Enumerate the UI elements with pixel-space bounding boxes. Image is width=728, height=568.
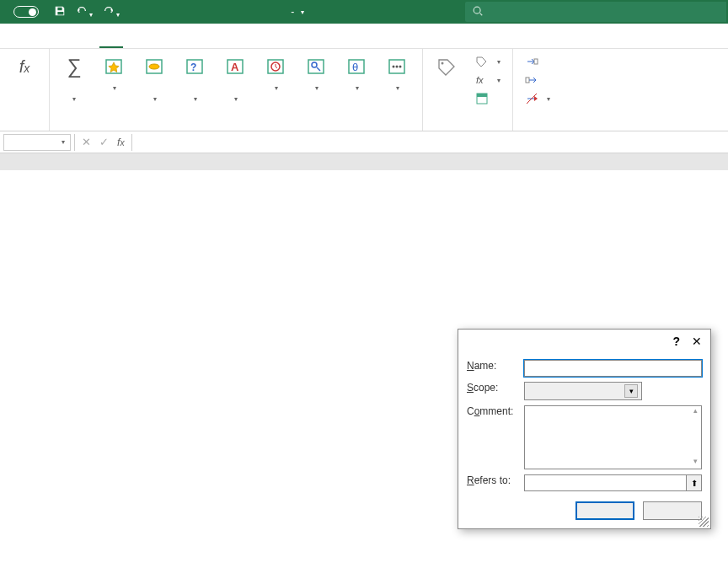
autosum-button[interactable]: ∑ ▾ <box>55 51 94 103</box>
trace-precedents-button[interactable] <box>522 53 554 70</box>
scope-label: Scope: <box>467 382 519 394</box>
svg-rect-24 <box>534 59 538 64</box>
svg-point-20 <box>442 62 444 65</box>
remove-arrows-button[interactable]: ▾ <box>522 90 554 107</box>
name-label: Name: <box>467 360 519 372</box>
dialog-titlebar[interactable]: ? ✕ <box>458 330 710 353</box>
date-time-button[interactable]: ▾ <box>257 51 296 93</box>
svg-point-4 <box>149 64 159 69</box>
save-icon[interactable] <box>54 5 66 19</box>
ribbon: fx ∑ ▾ ▾ ▾ ? ▾ A <box>0 49 728 131</box>
precedents-icon <box>525 55 538 68</box>
scope-select[interactable]: ▾ <box>524 382 642 400</box>
redo-icon[interactable]: ▾ <box>103 5 120 19</box>
text-button[interactable]: A ▾ <box>217 51 255 103</box>
title-bar: ▾ ▾ - ▾ <box>0 0 728 24</box>
range-picker-icon[interactable]: ⬆ <box>687 474 702 491</box>
svg-point-12 <box>312 62 317 67</box>
chevron-down-icon[interactable]: ▾ <box>62 138 65 146</box>
tab-home[interactable] <box>29 24 52 48</box>
recently-used-button[interactable]: ▾ <box>95 51 134 93</box>
svg-line-13 <box>317 67 320 71</box>
remove-arrows-icon <box>525 92 538 105</box>
tab-page-layout[interactable] <box>76 24 99 48</box>
logical-icon: ? <box>182 53 209 80</box>
formula-bar: ▾ ✕ ✓ fx <box>0 131 728 153</box>
svg-point-19 <box>399 66 402 68</box>
resize-grip[interactable] <box>699 517 709 527</box>
cancel-icon[interactable]: ✕ <box>82 136 91 148</box>
svg-rect-23 <box>477 94 487 97</box>
star-icon <box>101 53 128 80</box>
financial-button[interactable]: ▾ <box>136 51 174 103</box>
more-functions-button[interactable]: ▾ <box>378 51 417 93</box>
chevron-down-icon: ▾ <box>624 384 638 398</box>
lookup-reference-button[interactable]: ▾ <box>297 51 336 93</box>
trace-dependents-button[interactable] <box>522 72 554 88</box>
more-icon <box>384 53 411 80</box>
svg-text:?: ? <box>190 62 196 73</box>
tab-review[interactable] <box>147 24 170 48</box>
financial-icon <box>142 53 169 80</box>
tab-formulas[interactable] <box>99 24 123 48</box>
search-icon <box>472 5 484 19</box>
chevron-down-icon[interactable]: ▾ <box>301 8 304 16</box>
ribbon-tabs <box>0 24 728 49</box>
fx-icon: fx <box>11 53 38 80</box>
quick-access-toolbar: ▾ ▾ <box>47 5 126 19</box>
tab-file[interactable] <box>5 24 29 48</box>
refers-to-input[interactable] <box>524 474 687 491</box>
search-box[interactable] <box>465 2 726 22</box>
math-trig-button[interactable]: θ ▾ <box>338 51 377 93</box>
cancel-button[interactable] <box>643 501 702 520</box>
name-box[interactable]: ▾ <box>3 134 71 151</box>
help-icon[interactable]: ? <box>672 335 680 348</box>
define-name-button[interactable]: ▾ <box>472 53 504 70</box>
tag-icon <box>434 53 461 80</box>
tag-small-icon <box>475 55 489 68</box>
create-from-selection-button[interactable] <box>472 90 504 107</box>
formula-icon: fx <box>475 73 489 87</box>
svg-text:A: A <box>231 61 239 73</box>
tab-data[interactable] <box>123 24 147 48</box>
svg-point-0 <box>474 7 480 13</box>
lookup-icon <box>303 53 330 80</box>
undo-icon[interactable]: ▾ <box>76 5 93 19</box>
autosave-toggle[interactable] <box>0 6 47 18</box>
svg-text:θ: θ <box>352 61 358 73</box>
insert-function-button[interactable]: fx <box>5 51 44 82</box>
sigma-icon: ∑ <box>61 53 88 80</box>
document-title: - ▾ <box>126 6 465 18</box>
name-manager-button[interactable] <box>428 51 467 82</box>
clock-icon <box>263 53 290 80</box>
svg-point-17 <box>393 66 395 68</box>
selection-icon <box>475 92 489 105</box>
comment-textarea[interactable]: ▴▾ <box>524 405 702 469</box>
tab-help[interactable] <box>194 24 217 48</box>
ok-button[interactable] <box>575 501 634 520</box>
enter-icon[interactable]: ✓ <box>99 136 109 148</box>
refers-to-label: Refers to: <box>467 474 519 486</box>
comment-label: Comment: <box>467 405 519 417</box>
new-name-dialog: ? ✕ Name: Scope: ▾ Comment: ▴▾ Refers to… <box>458 329 711 529</box>
close-icon[interactable]: ✕ <box>692 335 702 348</box>
svg-rect-25 <box>526 78 529 83</box>
theta-icon: θ <box>344 53 371 80</box>
logical-button[interactable]: ? ▾ <box>176 51 215 103</box>
scroll-up-icon[interactable]: ▴ <box>689 406 701 418</box>
use-in-formula-button[interactable]: fx ▾ <box>472 72 504 88</box>
group-function-library <box>55 127 417 129</box>
tab-view[interactable] <box>170 24 194 48</box>
fx-icon[interactable]: fx <box>117 137 125 148</box>
scroll-down-icon[interactable]: ▾ <box>689 457 701 469</box>
dependents-icon <box>525 73 538 87</box>
tab-insert[interactable] <box>52 24 76 48</box>
svg-point-18 <box>396 66 399 68</box>
text-icon: A <box>222 53 249 80</box>
svg-text:fx: fx <box>476 75 484 85</box>
group-defined-names <box>428 127 507 129</box>
name-input[interactable] <box>524 360 702 377</box>
svg-line-1 <box>480 13 483 15</box>
